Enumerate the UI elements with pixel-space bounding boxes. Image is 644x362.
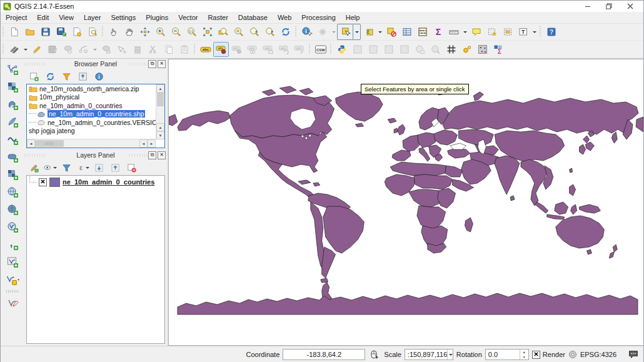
move-feature-button[interactable] xyxy=(98,42,114,57)
pan-map-button[interactable] xyxy=(121,24,137,39)
composer-manager-button[interactable] xyxy=(84,24,100,39)
new-print-composer-button[interactable] xyxy=(69,24,84,39)
menu-project[interactable]: Project xyxy=(1,12,32,23)
current-edits-dropdown[interactable] xyxy=(22,42,29,57)
add-selected-layers-button[interactable] xyxy=(26,69,41,83)
layer-name[interactable]: ne_10m_admin_0_countries xyxy=(63,178,154,186)
browser-vertical-scrollbar[interactable]: ▲ ▲ ▼ xyxy=(156,84,164,139)
browser-refresh-button[interactable] xyxy=(43,69,58,83)
scroll-left-icon[interactable]: ◄ xyxy=(27,139,35,148)
menu-web[interactable]: Web xyxy=(273,12,296,23)
close-panel-icon[interactable]: ✕ xyxy=(158,60,166,68)
close-button[interactable] xyxy=(620,1,641,12)
run-feature-action-dropdown[interactable] xyxy=(330,24,337,39)
select-by-expression-button[interactable]: ε xyxy=(361,24,376,39)
add-feature-button[interactable] xyxy=(60,42,76,57)
python-console-button[interactable] xyxy=(334,42,350,57)
menu-raster[interactable]: Raster xyxy=(203,12,233,23)
deselect-all-button[interactable] xyxy=(383,24,399,39)
toolbar-handle[interactable] xyxy=(193,44,196,55)
expand-all-button[interactable] xyxy=(91,161,106,174)
cut-features-button[interactable] xyxy=(145,42,161,57)
crs-status-icon[interactable] xyxy=(568,350,577,359)
zoom-to-selection-button[interactable] xyxy=(231,24,246,39)
text-annotation-dropdown[interactable] xyxy=(531,24,538,39)
hidden-plugin-button-4[interactable] xyxy=(396,42,412,57)
zoom-to-layer-button[interactable] xyxy=(215,24,231,39)
browser-properties-button[interactable]: i xyxy=(91,69,106,83)
open-project-button[interactable] xyxy=(22,24,38,39)
menu-database[interactable]: Database xyxy=(233,12,273,23)
rotation-spinner[interactable]: 0.0 ▲▼ xyxy=(485,349,529,360)
open-styling-dock-button[interactable] xyxy=(26,161,41,174)
menu-settings[interactable]: Settings xyxy=(106,12,141,23)
new-project-button[interactable] xyxy=(6,24,22,39)
render-checkbox-group[interactable]: Render xyxy=(532,351,565,359)
show-bookmarks-button[interactable] xyxy=(500,24,515,39)
add-delimited-text-layer-button[interactable]: , xyxy=(4,236,21,253)
zoom-in-button[interactable] xyxy=(153,24,168,39)
menu-view[interactable]: View xyxy=(54,12,79,23)
scroll-up-icon[interactable]: ▲ xyxy=(156,123,164,131)
browser-item-shp-jogja-jateng[interactable]: shp jogja jateng xyxy=(27,127,156,136)
grid-tool-button[interactable] xyxy=(443,42,459,57)
toolbar-handle[interactable] xyxy=(101,26,104,38)
browser-item-admin0-folder[interactable]: ne_10m_admin_0_countries xyxy=(27,101,156,110)
toggle-editing-button[interactable] xyxy=(29,42,44,57)
touch-zoom-pan-button[interactable] xyxy=(106,24,121,39)
add-wcs-layer-button[interactable] xyxy=(4,201,21,218)
browser-filter-button[interactable] xyxy=(59,69,74,83)
field-calculator-button[interactable] xyxy=(415,24,430,39)
run-feature-action-button[interactable] xyxy=(314,24,330,39)
zoom-full-button[interactable] xyxy=(199,24,215,39)
add-spatialite-layer-button[interactable] xyxy=(4,114,21,130)
save-project-as-button[interactable] xyxy=(53,24,69,39)
browser-collapse-all-button[interactable] xyxy=(75,69,90,83)
handle-bad-layers-button[interactable] xyxy=(4,295,21,311)
zoom-next-button[interactable] xyxy=(262,24,278,39)
browser-item-roads-zip[interactable]: ne_10m_roads_north_america.zip xyxy=(27,84,156,93)
filter-legend-button[interactable] xyxy=(59,161,74,174)
statistical-summary-button[interactable]: Σ xyxy=(430,24,446,39)
toolbar-handle[interactable] xyxy=(539,26,542,38)
select-by-expression-dropdown[interactable] xyxy=(376,24,383,39)
heatmap-tool-button[interactable] xyxy=(459,42,475,57)
restore-button[interactable] xyxy=(598,1,620,12)
epsg-status[interactable]: EPSG:4326 xyxy=(580,351,616,358)
zoom-native-button[interactable]: 1:1 xyxy=(184,24,199,39)
save-project-button[interactable] xyxy=(38,24,53,39)
attribute-table-button[interactable] xyxy=(399,24,415,39)
scroll-left-icon[interactable]: ◄ xyxy=(139,139,148,148)
minimize-button[interactable] xyxy=(577,1,598,12)
change-label-button[interactable]: abc xyxy=(291,42,307,57)
float-panel-icon[interactable]: ⧉ xyxy=(148,151,156,159)
float-panel-icon[interactable]: ⧉ xyxy=(148,60,156,68)
add-circular-string-button[interactable] xyxy=(76,42,91,57)
menu-plugins[interactable]: Plugins xyxy=(141,12,173,23)
node-tool-button[interactable] xyxy=(114,42,129,57)
measure-dropdown[interactable] xyxy=(461,24,468,39)
messages-icon[interactable] xyxy=(628,350,638,359)
new-bookmark-button[interactable] xyxy=(484,24,500,39)
show-hide-labels-button[interactable]: abc xyxy=(244,42,260,57)
save-layer-edits-button[interactable] xyxy=(44,42,60,57)
add-wfs-layer-button[interactable] xyxy=(4,219,21,235)
menu-layer[interactable]: Layer xyxy=(79,12,106,23)
mouse-extent-toggle-button[interactable] xyxy=(368,348,381,361)
scale-dropdown-icon[interactable] xyxy=(447,349,453,359)
hidden-plugin-button-3[interactable] xyxy=(381,42,396,57)
text-annotation-button[interactable]: T xyxy=(515,24,531,39)
spinner-arrows[interactable]: ▲▼ xyxy=(520,349,528,359)
layer-color-swatch[interactable] xyxy=(49,178,60,187)
sphere-tool-button-1[interactable] xyxy=(412,42,428,57)
current-edits-button[interactable] xyxy=(6,42,22,57)
add-mssql-layer-button[interactable] xyxy=(4,131,21,148)
hidden-plugin-button-1[interactable] xyxy=(350,42,365,57)
scroll-right-icon[interactable]: ► xyxy=(148,139,156,148)
add-db2-layer-button[interactable] xyxy=(4,166,21,183)
paste-features-button[interactable] xyxy=(176,42,192,57)
toolbar-handle[interactable] xyxy=(2,26,5,38)
add-raster-layer-button[interactable] xyxy=(4,79,21,95)
layers-panel-titlebar[interactable]: Layers Panel ⧉ ✕ xyxy=(24,150,167,160)
refresh-button[interactable] xyxy=(278,24,293,39)
